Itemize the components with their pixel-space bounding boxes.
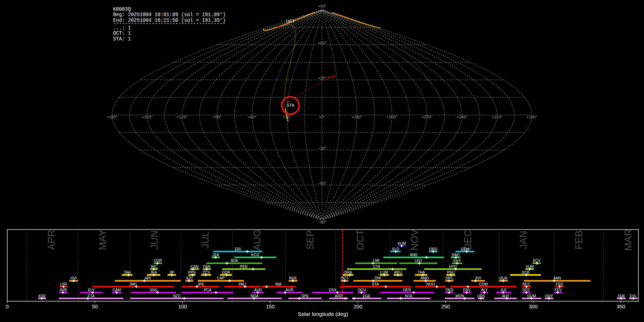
svg-text:ZCS: ZCS <box>203 270 210 274</box>
svg-text:ORI: ORI <box>375 276 381 280</box>
svg-text:+120°: +120° <box>177 115 188 119</box>
svg-text:250: 250 <box>441 304 450 309</box>
svg-text:AUR: AUR <box>286 288 293 292</box>
svg-text:JPE: JPE <box>197 282 204 286</box>
svg-text:TAH: TAH <box>124 270 131 274</box>
svg-text:DSV: DSV <box>463 288 470 292</box>
svg-text:APR: APR <box>46 230 57 250</box>
svg-text:EGE: EGE <box>363 294 371 298</box>
svg-text:ARI: ARI <box>145 276 151 280</box>
svg-text:+90°: +90° <box>213 115 221 119</box>
svg-text:STA: 1: STA: 1 <box>113 36 131 42</box>
svg-text:150: 150 <box>266 304 275 309</box>
svg-text:CAM: CAM <box>113 288 121 292</box>
svg-text:+330°: +330° <box>352 115 363 119</box>
svg-text:+270°: +270° <box>421 115 433 119</box>
svg-text:XCB: XCB <box>522 270 529 274</box>
svg-text:ALY: ALY <box>481 288 488 292</box>
svg-text:+240°: +240° <box>457 115 468 119</box>
svg-text:NOO: NOO <box>426 282 435 286</box>
svg-text:XHE: XHE <box>618 294 625 298</box>
svg-text:Beg: 20251004 10:01:09 (sol =: Beg: 20251004 10:01:09 (sol = 191.09°) <box>113 12 226 18</box>
svg-text:SEP: SEP <box>304 230 316 250</box>
svg-text:KR003Q: KR003Q <box>113 7 131 12</box>
svg-text:URS: URS <box>477 294 485 298</box>
svg-text:ARD: ARD <box>335 294 343 298</box>
svg-text:KCG: KCG <box>251 253 259 257</box>
svg-text:QUA: QUA <box>499 276 507 280</box>
svg-text:...: 1: ...: 1 <box>113 25 131 31</box>
svg-text:JMC: JMC <box>130 282 137 286</box>
svg-text:AAN: AAN <box>553 276 561 280</box>
svg-text:+60°: +60° <box>318 41 327 45</box>
svg-text:FTA: FTA <box>88 294 94 298</box>
svg-text:SLD: SLD <box>392 247 399 251</box>
svg-text:OER: OER <box>403 288 411 292</box>
svg-text:COR: COR <box>154 259 162 263</box>
svg-text:EHY: EHY <box>453 259 461 263</box>
svg-text:−60°: −60° <box>318 181 327 185</box>
svg-text:+90°: +90° <box>318 4 327 8</box>
svg-text:JLE: JLE <box>501 288 507 292</box>
svg-text:CTA: CTA <box>373 265 380 269</box>
svg-text:−30°: −30° <box>318 146 327 150</box>
svg-text:CAN: CAN <box>191 265 199 269</box>
svg-text:LEO: LEO <box>415 259 422 263</box>
svg-text:THA: THA <box>418 270 425 274</box>
svg-text:JEA: JEA <box>150 270 157 274</box>
svg-text:FAN: FAN <box>203 265 210 269</box>
svg-text:IRC: IRC <box>151 265 157 269</box>
svg-text:200: 200 <box>353 304 362 309</box>
svg-text:KSE: KSE <box>38 294 46 298</box>
svg-text:LYR: LYR <box>60 282 67 286</box>
svg-text:HVI: HVI <box>70 276 77 280</box>
svg-text:DSX: DSX <box>329 288 336 292</box>
svg-text:+60°: +60° <box>248 115 256 119</box>
svg-text:FEB: FEB <box>573 230 584 249</box>
svg-text:EVL: EVL <box>630 294 637 298</box>
svg-text:AUG: AUG <box>252 229 263 251</box>
svg-text:JAN: JAN <box>518 231 529 249</box>
svg-text:AVB: AVB <box>60 288 67 292</box>
svg-text:FED: FED <box>556 282 564 286</box>
svg-text:NCC: NCC <box>522 282 531 286</box>
svg-text:DRA: DRA <box>344 270 352 274</box>
svg-text:DAD: DAD <box>452 253 460 257</box>
svg-text:DKD: DKD <box>446 288 454 292</box>
svg-text:STA: STA <box>287 103 294 107</box>
svg-text:HYD: HYD <box>449 265 457 269</box>
svg-text:Solar longitude (deg): Solar longitude (deg) <box>298 311 348 317</box>
svg-text:NIA: NIA <box>275 282 281 286</box>
svg-text:PAU: PAU <box>239 282 246 286</box>
svg-text:STA: STA <box>372 282 379 286</box>
svg-text:−90°: −90° <box>318 220 327 224</box>
svg-text:JIP: JIP <box>169 270 175 274</box>
svg-text:LUM: LUM <box>380 270 388 274</box>
svg-text:NDA: NDA <box>251 294 259 298</box>
svg-text:+180°: +180° <box>107 115 118 119</box>
svg-text:0: 0 <box>6 304 9 309</box>
svg-text:AHY: AHY <box>502 294 509 298</box>
svg-text:+300°: +300° <box>386 115 397 119</box>
svg-text:100: 100 <box>178 304 187 309</box>
svg-text:CAP: CAP <box>217 276 225 280</box>
svg-text:PCA: PCA <box>204 288 211 292</box>
svg-text:50: 50 <box>92 304 98 309</box>
svg-text:MON: MON <box>455 294 464 298</box>
svg-text:NZC: NZC <box>173 294 181 298</box>
svg-text:+0°: +0° <box>319 115 325 119</box>
svg-text:XUM: XUM <box>526 265 534 269</box>
svg-text:+30°: +30° <box>318 76 327 80</box>
svg-text:300: 300 <box>529 304 538 309</box>
svg-text:LMI: LMI <box>373 259 379 263</box>
svg-text:AND: AND <box>410 253 418 257</box>
svg-text:+180°: +180° <box>527 115 538 119</box>
svg-text:ELY: ELY <box>88 288 95 292</box>
svg-text:GUM: GUM <box>527 294 536 298</box>
svg-text:JUL: JUL <box>200 231 211 249</box>
svg-text:FEV: FEV <box>555 288 562 292</box>
svg-text:OCT: OCT <box>341 276 348 280</box>
svg-text:GDR: GDR <box>222 270 230 274</box>
svg-text:NUE: NUE <box>289 276 297 280</box>
svg-text:OCU: OCU <box>358 288 366 292</box>
